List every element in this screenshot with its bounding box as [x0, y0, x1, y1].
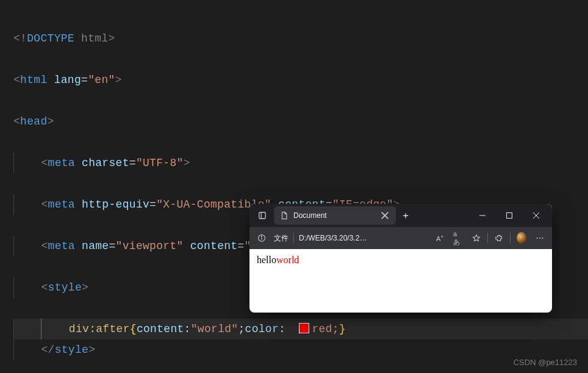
browser-tab[interactable]: Document	[274, 206, 396, 225]
svg-rect-0	[259, 212, 266, 219]
tab-actions-icon[interactable]	[252, 204, 273, 227]
maximize-button[interactable]	[496, 204, 523, 227]
svg-point-11	[537, 237, 538, 239]
profile-avatar[interactable]	[513, 230, 530, 247]
new-tab-button[interactable]: ＋	[397, 207, 414, 224]
file-icon	[280, 211, 289, 220]
url-path: D:/WEB/3/3.20/3.2…	[299, 234, 430, 242]
svg-point-10	[261, 236, 262, 237]
url-field[interactable]: 文件 D:/WEB/3/3.20/3.2…	[271, 233, 430, 244]
watermark: CSDN @pe11223	[514, 358, 577, 367]
page-text-world: world	[276, 255, 299, 265]
site-info-icon[interactable]	[253, 230, 270, 247]
editor-code[interactable]: <!DOCTYPE html> <html lang="en"> <head> …	[0, 0, 588, 373]
svg-point-13	[542, 237, 543, 239]
rendered-page: helloworld	[249, 249, 552, 271]
translate-icon[interactable]: aあ	[450, 230, 467, 247]
tab-close-icon[interactable]	[380, 211, 390, 220]
titlebar[interactable]: Document ＋	[249, 204, 552, 227]
browser-window: Document ＋ 文件 D:/WEB/3/3.20/3.2… A» aあ	[249, 204, 552, 313]
read-aloud-icon[interactable]: A»	[431, 230, 448, 247]
color-swatch-red	[299, 323, 309, 333]
more-menu-icon[interactable]	[531, 230, 548, 247]
tab-title: Document	[293, 211, 375, 220]
svg-point-12	[539, 237, 540, 239]
close-button[interactable]	[523, 204, 550, 227]
url-scheme-label: 文件	[274, 233, 289, 244]
address-bar: 文件 D:/WEB/3/3.20/3.2… A» aあ	[249, 227, 552, 249]
extensions-icon[interactable]	[490, 230, 507, 247]
minimize-button[interactable]	[469, 204, 496, 227]
page-text-hello: hello	[257, 255, 276, 265]
favorites-icon[interactable]	[468, 230, 485, 247]
svg-rect-5	[507, 213, 512, 219]
